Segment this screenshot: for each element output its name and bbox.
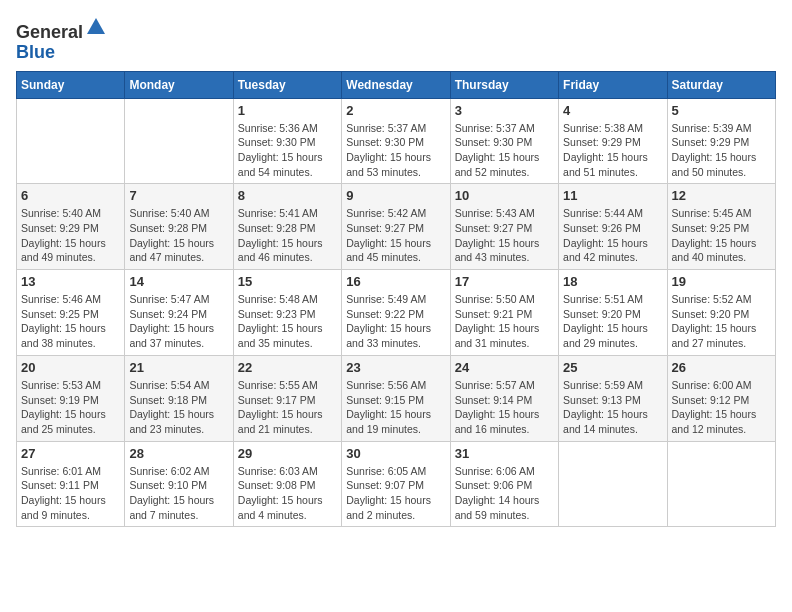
calendar-cell: 16Sunrise: 5:49 AM Sunset: 9:22 PM Dayli… xyxy=(342,270,450,356)
day-number: 10 xyxy=(455,188,554,203)
calendar-cell: 3Sunrise: 5:37 AM Sunset: 9:30 PM Daylig… xyxy=(450,98,558,184)
day-info: Sunrise: 5:52 AM Sunset: 9:20 PM Dayligh… xyxy=(672,292,771,351)
calendar-week-3: 13Sunrise: 5:46 AM Sunset: 9:25 PM Dayli… xyxy=(17,270,776,356)
calendar-week-5: 27Sunrise: 6:01 AM Sunset: 9:11 PM Dayli… xyxy=(17,441,776,527)
day-number: 8 xyxy=(238,188,337,203)
day-info: Sunrise: 5:39 AM Sunset: 9:29 PM Dayligh… xyxy=(672,121,771,180)
calendar-cell: 30Sunrise: 6:05 AM Sunset: 9:07 PM Dayli… xyxy=(342,441,450,527)
day-number: 9 xyxy=(346,188,445,203)
calendar-cell: 20Sunrise: 5:53 AM Sunset: 9:19 PM Dayli… xyxy=(17,355,125,441)
day-info: Sunrise: 6:01 AM Sunset: 9:11 PM Dayligh… xyxy=(21,464,120,523)
calendar-cell xyxy=(125,98,233,184)
day-info: Sunrise: 5:48 AM Sunset: 9:23 PM Dayligh… xyxy=(238,292,337,351)
day-number: 5 xyxy=(672,103,771,118)
calendar-cell: 2Sunrise: 5:37 AM Sunset: 9:30 PM Daylig… xyxy=(342,98,450,184)
day-number: 3 xyxy=(455,103,554,118)
calendar-cell: 4Sunrise: 5:38 AM Sunset: 9:29 PM Daylig… xyxy=(559,98,667,184)
page-header: General Blue xyxy=(16,16,776,63)
calendar-cell: 6Sunrise: 5:40 AM Sunset: 9:29 PM Daylig… xyxy=(17,184,125,270)
calendar-cell xyxy=(559,441,667,527)
logo: General Blue xyxy=(16,16,107,63)
day-info: Sunrise: 5:50 AM Sunset: 9:21 PM Dayligh… xyxy=(455,292,554,351)
calendar-table: SundayMondayTuesdayWednesdayThursdayFrid… xyxy=(16,71,776,528)
weekday-header-wednesday: Wednesday xyxy=(342,71,450,98)
calendar-cell: 14Sunrise: 5:47 AM Sunset: 9:24 PM Dayli… xyxy=(125,270,233,356)
day-number: 17 xyxy=(455,274,554,289)
calendar-cell: 17Sunrise: 5:50 AM Sunset: 9:21 PM Dayli… xyxy=(450,270,558,356)
day-number: 1 xyxy=(238,103,337,118)
logo-icon xyxy=(85,16,107,38)
logo-general: General xyxy=(16,22,83,42)
weekday-header-sunday: Sunday xyxy=(17,71,125,98)
day-number: 31 xyxy=(455,446,554,461)
logo-blue-text: Blue xyxy=(16,43,107,63)
day-info: Sunrise: 5:54 AM Sunset: 9:18 PM Dayligh… xyxy=(129,378,228,437)
day-number: 29 xyxy=(238,446,337,461)
day-info: Sunrise: 6:00 AM Sunset: 9:12 PM Dayligh… xyxy=(672,378,771,437)
day-info: Sunrise: 5:42 AM Sunset: 9:27 PM Dayligh… xyxy=(346,206,445,265)
day-number: 6 xyxy=(21,188,120,203)
calendar-cell: 25Sunrise: 5:59 AM Sunset: 9:13 PM Dayli… xyxy=(559,355,667,441)
calendar-week-4: 20Sunrise: 5:53 AM Sunset: 9:19 PM Dayli… xyxy=(17,355,776,441)
day-info: Sunrise: 5:47 AM Sunset: 9:24 PM Dayligh… xyxy=(129,292,228,351)
day-number: 30 xyxy=(346,446,445,461)
day-number: 2 xyxy=(346,103,445,118)
day-number: 26 xyxy=(672,360,771,375)
day-info: Sunrise: 5:57 AM Sunset: 9:14 PM Dayligh… xyxy=(455,378,554,437)
calendar-cell: 21Sunrise: 5:54 AM Sunset: 9:18 PM Dayli… xyxy=(125,355,233,441)
calendar-cell: 11Sunrise: 5:44 AM Sunset: 9:26 PM Dayli… xyxy=(559,184,667,270)
calendar-cell: 19Sunrise: 5:52 AM Sunset: 9:20 PM Dayli… xyxy=(667,270,775,356)
calendar-cell: 10Sunrise: 5:43 AM Sunset: 9:27 PM Dayli… xyxy=(450,184,558,270)
day-number: 27 xyxy=(21,446,120,461)
day-number: 13 xyxy=(21,274,120,289)
svg-marker-0 xyxy=(87,18,105,34)
day-number: 12 xyxy=(672,188,771,203)
logo-blue: Blue xyxy=(16,42,55,62)
day-info: Sunrise: 5:36 AM Sunset: 9:30 PM Dayligh… xyxy=(238,121,337,180)
logo-text: General xyxy=(16,16,107,43)
day-info: Sunrise: 5:53 AM Sunset: 9:19 PM Dayligh… xyxy=(21,378,120,437)
day-info: Sunrise: 5:51 AM Sunset: 9:20 PM Dayligh… xyxy=(563,292,662,351)
day-number: 18 xyxy=(563,274,662,289)
calendar-week-1: 1Sunrise: 5:36 AM Sunset: 9:30 PM Daylig… xyxy=(17,98,776,184)
calendar-cell xyxy=(17,98,125,184)
weekday-header-thursday: Thursday xyxy=(450,71,558,98)
day-info: Sunrise: 5:40 AM Sunset: 9:29 PM Dayligh… xyxy=(21,206,120,265)
calendar-cell: 18Sunrise: 5:51 AM Sunset: 9:20 PM Dayli… xyxy=(559,270,667,356)
calendar-cell: 13Sunrise: 5:46 AM Sunset: 9:25 PM Dayli… xyxy=(17,270,125,356)
weekday-header-friday: Friday xyxy=(559,71,667,98)
calendar-cell: 12Sunrise: 5:45 AM Sunset: 9:25 PM Dayli… xyxy=(667,184,775,270)
day-info: Sunrise: 5:55 AM Sunset: 9:17 PM Dayligh… xyxy=(238,378,337,437)
calendar-cell: 7Sunrise: 5:40 AM Sunset: 9:28 PM Daylig… xyxy=(125,184,233,270)
calendar-body: 1Sunrise: 5:36 AM Sunset: 9:30 PM Daylig… xyxy=(17,98,776,527)
day-number: 28 xyxy=(129,446,228,461)
day-number: 14 xyxy=(129,274,228,289)
day-number: 16 xyxy=(346,274,445,289)
day-number: 7 xyxy=(129,188,228,203)
calendar-cell: 31Sunrise: 6:06 AM Sunset: 9:06 PM Dayli… xyxy=(450,441,558,527)
day-info: Sunrise: 5:41 AM Sunset: 9:28 PM Dayligh… xyxy=(238,206,337,265)
day-number: 24 xyxy=(455,360,554,375)
day-info: Sunrise: 6:02 AM Sunset: 9:10 PM Dayligh… xyxy=(129,464,228,523)
weekday-header-saturday: Saturday xyxy=(667,71,775,98)
calendar-cell: 15Sunrise: 5:48 AM Sunset: 9:23 PM Dayli… xyxy=(233,270,341,356)
calendar-header-row: SundayMondayTuesdayWednesdayThursdayFrid… xyxy=(17,71,776,98)
calendar-cell xyxy=(667,441,775,527)
day-number: 15 xyxy=(238,274,337,289)
day-info: Sunrise: 5:46 AM Sunset: 9:25 PM Dayligh… xyxy=(21,292,120,351)
calendar-cell: 22Sunrise: 5:55 AM Sunset: 9:17 PM Dayli… xyxy=(233,355,341,441)
calendar-cell: 26Sunrise: 6:00 AM Sunset: 9:12 PM Dayli… xyxy=(667,355,775,441)
day-number: 25 xyxy=(563,360,662,375)
day-info: Sunrise: 5:45 AM Sunset: 9:25 PM Dayligh… xyxy=(672,206,771,265)
day-info: Sunrise: 6:06 AM Sunset: 9:06 PM Dayligh… xyxy=(455,464,554,523)
day-number: 22 xyxy=(238,360,337,375)
day-info: Sunrise: 5:56 AM Sunset: 9:15 PM Dayligh… xyxy=(346,378,445,437)
calendar-week-2: 6Sunrise: 5:40 AM Sunset: 9:29 PM Daylig… xyxy=(17,184,776,270)
calendar-cell: 9Sunrise: 5:42 AM Sunset: 9:27 PM Daylig… xyxy=(342,184,450,270)
day-number: 11 xyxy=(563,188,662,203)
day-number: 21 xyxy=(129,360,228,375)
day-info: Sunrise: 5:37 AM Sunset: 9:30 PM Dayligh… xyxy=(455,121,554,180)
day-number: 20 xyxy=(21,360,120,375)
day-info: Sunrise: 5:49 AM Sunset: 9:22 PM Dayligh… xyxy=(346,292,445,351)
day-info: Sunrise: 6:03 AM Sunset: 9:08 PM Dayligh… xyxy=(238,464,337,523)
